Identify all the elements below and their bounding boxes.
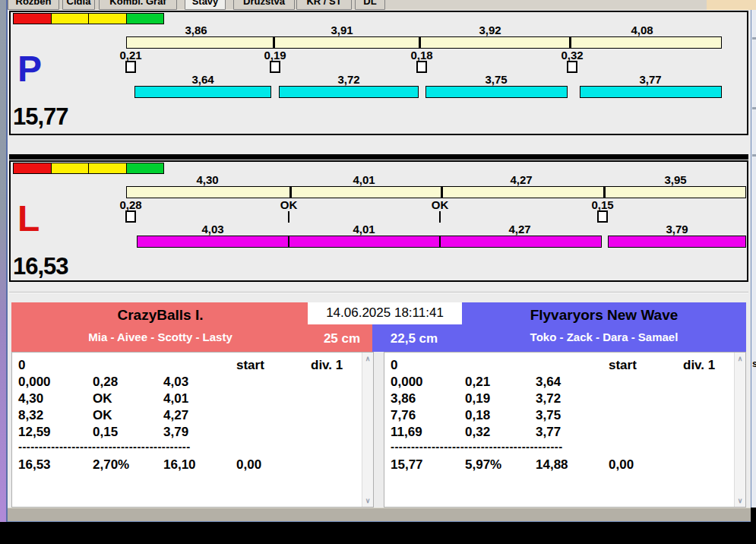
- table-total-cell: 14,88: [536, 457, 568, 473]
- top-bar-value-label: 4,30: [173, 173, 242, 186]
- speed-bar-segment: [440, 236, 602, 248]
- table-scrollbar[interactable]: ∧∨: [362, 353, 373, 507]
- lane-panel-left: L 16,53 4,304,014,273,950,28OKOK0,154,03…: [9, 160, 748, 282]
- table-separator: ----------------------------------------…: [18, 440, 191, 453]
- table-cell: 7,76: [391, 408, 416, 423]
- table-cell: 4,27: [163, 408, 188, 423]
- table-header-zero: 0: [18, 358, 25, 373]
- speed-bar-segment: [137, 236, 289, 248]
- section-divider-line: [9, 292, 748, 293]
- sensor-value-label: OK: [255, 198, 323, 211]
- table-cell: 3,72: [536, 391, 561, 406]
- status-legend: [14, 163, 164, 174]
- table-total-cell: 16,10: [163, 457, 196, 473]
- table-header-division: div. 1: [683, 358, 715, 373]
- lane-total-p: 15,77: [13, 103, 68, 131]
- legend-segment: [13, 163, 52, 174]
- table-cell: 3,64: [536, 375, 561, 390]
- table-cell: 4,03: [163, 375, 188, 390]
- tab-kombi-graf[interactable]: Kombi. Graf: [99, 0, 177, 10]
- tab-kr-st[interactable]: KR / ST: [296, 0, 352, 10]
- legend-segment: [126, 163, 165, 174]
- status-legend: [14, 13, 164, 24]
- speed-value-label: 3,64: [169, 73, 237, 86]
- sensor-value-label: 0,18: [387, 49, 456, 62]
- table-total-cell: 0,00: [236, 457, 261, 473]
- top-bar-value-label: 3,86: [162, 24, 230, 36]
- screen-bottom-black-area: [0, 522, 756, 544]
- background-window-edge-left: [0, 0, 8, 522]
- table-cell: 0,19: [465, 391, 490, 406]
- table-cell: 4,01: [163, 391, 188, 406]
- top-bar-value-label: 4,08: [608, 24, 676, 36]
- speed-bar-segment: [425, 86, 568, 98]
- sensor-marker-tick: [288, 211, 289, 223]
- table-cell: 11,69: [391, 425, 422, 440]
- table-scrollbar[interactable]: ∧∨: [734, 353, 745, 507]
- tab-dru-stva[interactable]: Družstva: [233, 0, 295, 10]
- speed-value-label: 3,77: [616, 73, 685, 86]
- legend-segment: [51, 13, 90, 24]
- sensor-value-label: OK: [406, 198, 474, 211]
- tab-label: DL: [356, 0, 384, 9]
- tab-label: Družstva: [234, 0, 294, 9]
- table-header-zero: 0: [391, 358, 397, 373]
- scroll-down-icon[interactable]: ∨: [735, 497, 745, 504]
- lane-panel-right: P 15,77 3,863,913,924,080,210,190,180,32…: [9, 11, 748, 135]
- timestamp: 14.06.2025 18:11:41: [308, 302, 462, 324]
- tab-cidla[interactable]: Cidla: [62, 0, 95, 10]
- tab-dl[interactable]: DL: [355, 0, 385, 10]
- score-table-right: 0startdiv. 10,0000,213,643,860,193,727,7…: [384, 352, 746, 508]
- table-cell: 0,18: [465, 408, 490, 423]
- tab-stavy[interactable]: Stavy: [185, 0, 226, 10]
- sensor-marker-box: [125, 210, 136, 223]
- background-window-detail: [752, 154, 756, 157]
- tab-label: Stavy: [185, 0, 225, 9]
- table-cell: 0,15: [93, 425, 118, 440]
- tab-rozbeh[interactable]: Rozbeh: [8, 0, 59, 10]
- table-total-cell: 0,00: [609, 457, 634, 473]
- scroll-up-icon[interactable]: ∧: [362, 355, 373, 362]
- sensor-value-label: 0,21: [96, 49, 165, 62]
- legend-segment: [13, 13, 52, 24]
- sensor-marker-box: [125, 61, 136, 73]
- top-bar-value-label: 3,95: [641, 173, 710, 186]
- measure-bar-tick: [603, 187, 606, 198]
- lane-letter-l: L: [17, 203, 40, 235]
- top-bar-value-label: 4,27: [487, 173, 555, 186]
- speed-bar-segment: [279, 86, 419, 98]
- lane-letter-p: P: [17, 53, 42, 85]
- background-window-text-fragment: s: [752, 358, 756, 369]
- team-players: Toko - Zack - Dara - Samael: [462, 331, 746, 343]
- legend-segment: [88, 163, 127, 174]
- team-name: Flyvaryors New Wave: [462, 307, 746, 324]
- table-cell: 8,32: [18, 408, 43, 423]
- table-cell: 0,000: [391, 375, 423, 390]
- app-window: RozbehCidlaKombi. GrafStavyDružstvaKR / …: [0, 0, 756, 544]
- table-header-start: start: [236, 358, 264, 373]
- table-cell: 3,77: [536, 425, 561, 440]
- measure-bar-tick: [441, 187, 443, 198]
- measure-bar-tick: [273, 37, 275, 48]
- measure-bar: [126, 36, 722, 49]
- measure-bar-tick: [569, 37, 571, 48]
- sensor-marker-box: [416, 61, 427, 73]
- table-total-cell: 16,53: [18, 457, 51, 473]
- top-bar-value-label: 3,92: [456, 24, 524, 36]
- panel-divider: [9, 154, 748, 160]
- table-cell: 12,59: [18, 425, 51, 440]
- table-cell: 4,30: [18, 391, 43, 406]
- tab-label: Cidla: [63, 0, 94, 9]
- scroll-down-icon[interactable]: ∨: [362, 497, 373, 504]
- speed-value-label: 3,72: [315, 73, 383, 86]
- table-cell: 0,28: [93, 375, 118, 390]
- speed-value-label: 3,75: [462, 73, 530, 86]
- table-total-cell: 5,97%: [465, 457, 501, 473]
- table-cell: OK: [93, 391, 112, 406]
- table-header-division: div. 1: [311, 358, 343, 373]
- sensor-value-label: 0,19: [241, 49, 309, 62]
- table-cell: 3,79: [163, 425, 188, 440]
- scroll-up-icon[interactable]: ∧: [735, 355, 745, 362]
- tab-label: Kombi. Graf: [100, 0, 176, 9]
- table-cell: OK: [93, 408, 112, 423]
